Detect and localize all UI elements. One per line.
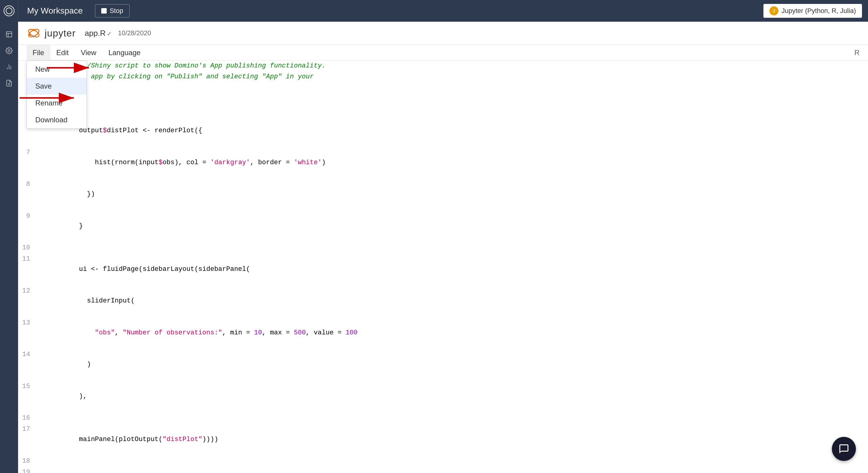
menu-edit[interactable]: Edit	[50, 45, 75, 61]
svg-point-13	[29, 34, 31, 36]
stop-icon	[101, 8, 107, 13]
chat-button[interactable]	[832, 437, 856, 461]
file-date: 10/28/2020	[118, 29, 151, 37]
code-line-16: 16	[18, 412, 868, 423]
r-label: R	[855, 49, 860, 57]
sidebar-stats-icon[interactable]	[2, 60, 16, 73]
code-line-8: 8 })	[18, 178, 868, 210]
code-line-blank1	[18, 93, 868, 104]
code-line-10: 10	[18, 242, 868, 253]
jupyter-container: jupyter app.R✓ 10/28/2020 File New Save …	[18, 22, 868, 473]
svg-point-3	[8, 50, 10, 52]
sidebar-files-icon[interactable]	[2, 28, 16, 41]
kernel-avatar: J	[770, 6, 778, 15]
code-line-7: 7 hist(rnorm(input$obs), col = 'darkgray…	[18, 147, 868, 179]
jupyter-wordmark: jupyter	[44, 28, 76, 39]
menu-bar: File New Save Rename Download Edit View …	[18, 45, 868, 61]
code-line-comment3: # project.	[18, 82, 868, 93]
sidebar-settings-icon[interactable]	[2, 44, 16, 57]
jupyter-logo-area: jupyter	[27, 26, 76, 40]
code-line-14: 14 )	[18, 349, 868, 380]
menu-file[interactable]: File New Save Rename Download	[27, 45, 50, 61]
code-line-19: 19 shinyApp(ui = ui, server = server)	[18, 466, 868, 473]
code-line-17: 17 mainPanel(plotOutput("distPlot"))))	[18, 423, 868, 455]
main-area: jupyter app.R✓ 10/28/2020 File New Save …	[18, 22, 868, 473]
menu-save[interactable]: Save	[27, 78, 87, 95]
menu-view[interactable]: View	[75, 45, 102, 61]
workspace-title: My Workspace	[18, 6, 92, 16]
menu-new[interactable]: New	[27, 61, 87, 78]
menu-rename[interactable]: Rename	[27, 95, 87, 112]
code-line-11: 11 ui <- fluidPage(sidebarLayout(sidebar…	[18, 253, 868, 285]
code-line-18: 18	[18, 455, 868, 466]
file-dropdown-menu: New Save Rename Download	[27, 61, 87, 129]
svg-rect-0	[6, 32, 12, 37]
svg-point-11	[33, 29, 35, 31]
code-line-9: 9 }	[18, 210, 868, 242]
sidebar-notes-icon[interactable]	[2, 76, 16, 90]
app-logo	[0, 0, 18, 22]
code-line-6: 6 output$distPlot <- renderPlot({	[18, 115, 868, 147]
kernel-badge[interactable]: J Jupyter (Python, R, Julia)	[764, 4, 862, 18]
svg-point-12	[33, 35, 35, 37]
left-sidebar	[0, 22, 18, 473]
code-line-blank2	[18, 104, 868, 115]
top-navbar: My Workspace Stop J Jupyter (Python, R, …	[0, 0, 868, 22]
code-line-comment1: # A simple R/Shiny script to show Domino…	[18, 61, 868, 71]
file-name: app.R✓	[85, 29, 112, 38]
stop-button[interactable]: Stop	[95, 4, 130, 18]
code-line-comment2: # Publish an app by clicking on "Publish…	[18, 71, 868, 82]
file-info: app.R✓ 10/28/2020	[85, 29, 151, 38]
menu-download[interactable]: Download	[27, 112, 87, 128]
domino-logo-icon	[4, 5, 14, 16]
jupyter-logo-icon	[27, 26, 41, 40]
code-line-12: 12 sliderInput(	[18, 285, 868, 317]
code-editor[interactable]: # A simple R/Shiny script to show Domino…	[18, 61, 868, 473]
code-line-13: 13 "obs", "Number of observations:", min…	[18, 317, 868, 349]
jupyter-header: jupyter app.R✓ 10/28/2020	[18, 22, 868, 45]
menu-language[interactable]: Language	[102, 45, 147, 61]
nav-right: J Jupyter (Python, R, Julia)	[764, 4, 868, 18]
code-line-15: 15 ),	[18, 380, 868, 412]
